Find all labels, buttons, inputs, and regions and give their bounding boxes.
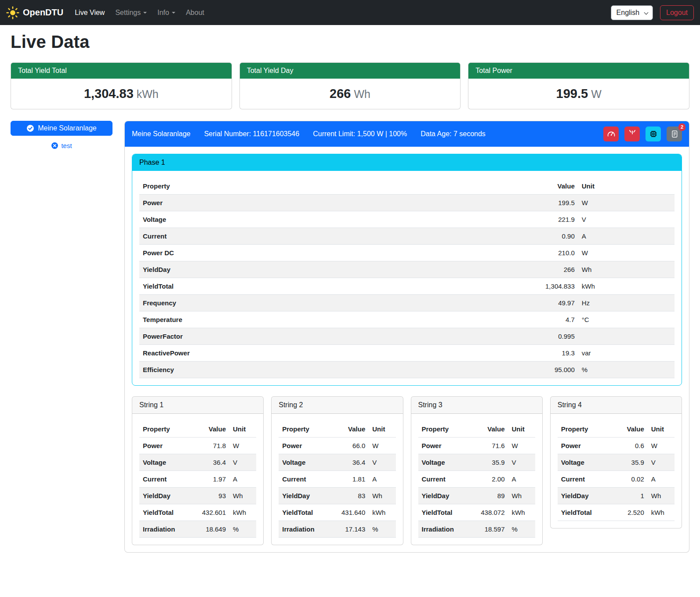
unit-cell: %: [229, 521, 256, 538]
property-cell: Voltage: [418, 454, 469, 471]
string-4-card: String 4 Property Value Unit: [550, 396, 682, 528]
unit-cell: V: [578, 211, 675, 228]
property-cell: Power: [139, 438, 190, 454]
table-row: Irradiation 18.649 %: [139, 521, 256, 538]
property-cell: Efficiency: [139, 362, 402, 378]
nav-item-label: Live View: [75, 9, 105, 17]
sidebar-item-inverter[interactable]: Meine Solaranlage: [11, 121, 112, 136]
eventlog-button[interactable]: 2: [667, 127, 682, 141]
unit-cell: %: [508, 521, 535, 538]
language-select-value: English: [617, 9, 639, 17]
brand-link[interactable]: OpenDTU: [6, 6, 63, 19]
nav-item-settings[interactable]: Settings: [112, 5, 150, 20]
property-cell: YieldDay: [139, 488, 190, 504]
unit-cell: W: [369, 438, 395, 454]
inverter-panel-header: Meine Solaranlage Serial Number: 1161716…: [125, 121, 689, 147]
check-circle-icon: [26, 124, 34, 132]
unit-cell: W: [578, 195, 675, 211]
table-row: Current 1.97 A: [139, 471, 256, 488]
value-cell: 89: [468, 488, 508, 504]
table-row: YieldDay 266 Wh: [139, 261, 675, 278]
string-table-body: Power 66.0 W Voltage 36.4 V: [279, 438, 395, 538]
value-cell: 1.97: [190, 471, 229, 488]
property-cell: YieldTotal: [279, 504, 329, 521]
property-cell: YieldDay: [558, 488, 613, 504]
sidebar-item-label: test: [61, 142, 72, 149]
chevron-down-icon: [172, 12, 175, 14]
card-body: 1,304.83kWh: [11, 79, 232, 109]
page-title: Live Data: [11, 32, 689, 52]
unit-cell: °C: [578, 311, 675, 328]
inverter-panel: Meine Solaranlage Serial Number: 1161716…: [124, 121, 689, 553]
table-row: Voltage 35.9 V: [558, 454, 675, 471]
table-row: Current 1.81 A: [279, 471, 395, 488]
chevron-down-icon: [143, 12, 147, 14]
property-cell: Power: [558, 438, 613, 454]
property-cell: Current: [139, 471, 190, 488]
unit-cell: W: [508, 438, 535, 454]
property-cell: Voltage: [139, 454, 190, 471]
content-row: Meine Solaranlage test Meine Solaranlage…: [11, 121, 689, 553]
table-row: YieldTotal 438.072 kWh: [418, 504, 535, 521]
nav-item-label: Settings: [115, 9, 141, 17]
property-cell: ReactivePower: [139, 345, 402, 362]
table-header-row: Property Value Unit: [558, 421, 675, 438]
card-title: Total Yield Day: [240, 63, 461, 79]
inverter-header-info: Meine Solaranlage Serial Number: 1161716…: [132, 130, 486, 138]
unit-cell: V: [648, 454, 675, 471]
col-value: Value: [190, 421, 229, 438]
col-property: Property: [139, 178, 402, 195]
gauge-icon: [607, 130, 616, 138]
string-3-card: String 3 Property Value Unit: [411, 396, 543, 545]
unit-cell: kWh: [648, 504, 675, 521]
sidebar-item-test[interactable]: test: [11, 142, 112, 149]
language-select[interactable]: English: [611, 5, 653, 20]
logout-button[interactable]: Logout: [660, 5, 694, 20]
property-cell: Irradiation: [139, 521, 190, 538]
table-row: Power 199.5 W: [139, 195, 675, 211]
table-row: Irradiation 18.597 %: [418, 521, 535, 538]
brand-label: OpenDTU: [23, 7, 63, 18]
unit-cell: Wh: [648, 488, 675, 504]
unit-cell: kWh: [369, 504, 395, 521]
unit-cell: V: [369, 454, 395, 471]
table-row: Current 0.90 A: [139, 228, 675, 245]
phase-card: Phase 1 Property Value Unit: [132, 154, 682, 386]
property-cell: Voltage: [279, 454, 329, 471]
col-unit: Unit: [578, 178, 675, 195]
phase-table-body: Power 199.5 W Voltage 221.9 V: [139, 195, 675, 378]
value-cell: 0.02: [613, 471, 648, 488]
table-row: Power DC 210.0 W: [139, 245, 675, 261]
nav-item-about[interactable]: About: [182, 5, 208, 20]
value-cell: 266: [402, 261, 578, 278]
device-info-button[interactable]: [646, 127, 661, 141]
limit-settings-button[interactable]: [603, 127, 619, 141]
nav-item-info[interactable]: Info: [154, 5, 179, 20]
unit-cell: Wh: [369, 488, 395, 504]
unit-cell: A: [369, 471, 395, 488]
nav-item-label: Info: [157, 9, 169, 17]
power-button[interactable]: [624, 127, 640, 141]
property-cell: PowerFactor: [139, 328, 402, 345]
table-row: Temperature 4.7 °C: [139, 311, 675, 328]
card-unit: Wh: [354, 88, 370, 100]
value-cell: 36.4: [329, 454, 369, 471]
table-row: YieldTotal 431.640 kWh: [279, 504, 395, 521]
col-unit: Unit: [648, 421, 675, 438]
string-card-title: String 3: [411, 397, 542, 414]
table-row: ReactivePower 19.3 var: [139, 345, 675, 362]
col-value: Value: [613, 421, 648, 438]
nav-item-live-view[interactable]: Live View: [71, 5, 108, 20]
unit-cell: Wh: [508, 488, 535, 504]
table-row: Power 0.6 W: [558, 438, 675, 454]
value-cell: 18.649: [190, 521, 229, 538]
power-icon: [628, 130, 636, 138]
table-row: Efficiency 95.000 %: [139, 362, 675, 378]
strings-grid: String 1 Property Value Unit: [132, 396, 682, 545]
card-value: 199.5: [556, 87, 588, 101]
value-cell: 36.4: [190, 454, 229, 471]
unit-cell: Hz: [578, 295, 675, 311]
unit-cell: A: [508, 471, 535, 488]
table-header-row: Property Value Unit: [139, 421, 256, 438]
col-value: Value: [329, 421, 369, 438]
